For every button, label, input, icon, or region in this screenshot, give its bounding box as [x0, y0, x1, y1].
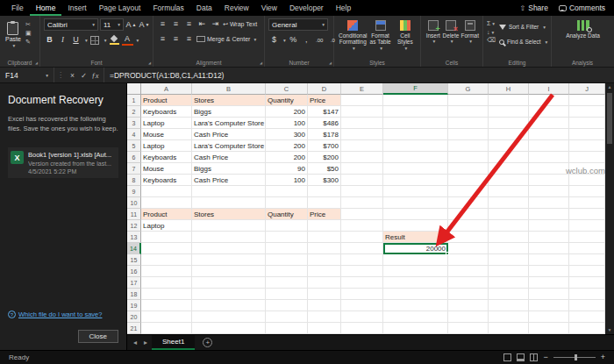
cell-I1[interactable] — [529, 95, 569, 106]
cell-B15[interactable] — [192, 254, 266, 266]
row-header-13[interactable]: 13 — [127, 232, 141, 243]
cell-E21[interactable] — [341, 323, 383, 334]
cell-B11[interactable]: Stores — [192, 209, 266, 220]
cell-H4[interactable] — [489, 129, 529, 140]
comments-button[interactable]: Comments — [559, 4, 605, 12]
scroll-down-icon[interactable]: ▼ — [608, 326, 612, 334]
cell-I21[interactable] — [529, 323, 569, 334]
cell-B13[interactable] — [192, 232, 266, 243]
sort-filter-button[interactable]: Sort & Filter ▾ — [499, 20, 547, 33]
row-header-5[interactable]: 5 — [127, 140, 141, 152]
cell-I11[interactable] — [529, 209, 569, 220]
cell-E13[interactable] — [341, 232, 383, 243]
find-select-button[interactable]: Find & Select ▾ — [499, 35, 547, 48]
cell-D6[interactable]: $200 — [308, 152, 341, 163]
cell-D12[interactable] — [308, 220, 341, 232]
format-as-table-button[interactable]: Format as Table ▾ — [368, 18, 393, 57]
ribbon-tab-file[interactable]: File — [5, 0, 30, 16]
cell-A6[interactable]: Keyboards — [141, 152, 192, 163]
cell-J19[interactable] — [569, 300, 605, 311]
merge-center-button[interactable]: Merge & Center ▾ — [196, 36, 256, 42]
cell-E15[interactable] — [341, 254, 383, 266]
cell-B17[interactable] — [192, 277, 266, 289]
decrease-indent-icon[interactable]: ⇤ — [196, 18, 208, 30]
cell-A21[interactable] — [141, 323, 192, 334]
bold-button[interactable]: B — [44, 34, 55, 46]
cell-C10[interactable] — [266, 197, 308, 209]
cell-E10[interactable] — [341, 197, 383, 209]
cell-C17[interactable] — [266, 277, 308, 289]
cell-G3[interactable] — [448, 118, 489, 129]
borders-icon[interactable] — [89, 34, 101, 46]
zoom-slider-thumb[interactable] — [575, 354, 577, 360]
cell-I17[interactable] — [529, 277, 569, 289]
cell-J4[interactable] — [569, 129, 605, 140]
fill-icon[interactable]: ↓▾ — [487, 29, 496, 36]
cell-A13[interactable] — [141, 232, 192, 243]
cell-D20[interactable] — [308, 311, 341, 323]
cell-G12[interactable] — [448, 220, 489, 232]
cell-B3[interactable]: Lara's Computer Store — [192, 118, 266, 129]
cell-E16[interactable] — [341, 266, 383, 277]
cell-I16[interactable] — [529, 266, 569, 277]
ribbon-tab-page-layout[interactable]: Page Layout — [93, 0, 147, 16]
ribbon-tab-view[interactable]: View — [255, 0, 283, 16]
cell-A1[interactable]: Product — [141, 95, 192, 106]
cell-G8[interactable] — [448, 175, 489, 186]
increase-decimal-icon[interactable]: .00 — [314, 34, 325, 46]
cell-J1[interactable] — [569, 95, 605, 106]
cell-H20[interactable] — [489, 311, 529, 323]
cell-J13[interactable] — [569, 232, 605, 243]
font-color-icon[interactable]: A — [122, 34, 133, 46]
analyze-data-button[interactable]: Analyze Data — [555, 18, 610, 57]
cell-B14[interactable] — [192, 243, 266, 254]
cell-G14[interactable] — [448, 243, 489, 254]
fill-handle[interactable] — [446, 252, 449, 255]
cell-J6[interactable] — [569, 152, 605, 163]
cell-C7[interactable]: 90 — [266, 163, 308, 175]
cell-G4[interactable] — [448, 129, 489, 140]
cell-J16[interactable] — [569, 266, 605, 277]
normal-view-icon[interactable] — [503, 353, 511, 361]
cell-C16[interactable] — [266, 266, 308, 277]
row-header-8[interactable]: 8 — [127, 175, 141, 186]
cell-H5[interactable] — [489, 140, 529, 152]
cancel-icon[interactable]: × — [67, 71, 78, 80]
cell-E8[interactable] — [341, 175, 383, 186]
cell-H14[interactable] — [489, 243, 529, 254]
row-header-19[interactable]: 19 — [127, 300, 141, 311]
row-header-14[interactable]: 14 — [127, 243, 141, 254]
cell-G5[interactable] — [448, 140, 489, 152]
number-format-select[interactable]: General▾ — [268, 18, 328, 31]
cell-I18[interactable] — [529, 289, 569, 300]
cell-F1[interactable] — [383, 95, 448, 106]
cell-F19[interactable] — [383, 300, 448, 311]
cell-A7[interactable]: Mouse — [141, 163, 192, 175]
cell-G10[interactable] — [448, 197, 489, 209]
cell-B1[interactable]: Stores — [192, 95, 266, 106]
cell-H18[interactable] — [489, 289, 529, 300]
recovery-help-link[interactable]: ? Which file do I want to save? — [8, 310, 102, 318]
number-dialog-launcher-icon[interactable]: ◢ — [329, 61, 332, 65]
cell-A8[interactable]: Keyboards — [141, 175, 192, 186]
cell-C9[interactable] — [266, 186, 308, 197]
cell-F21[interactable] — [383, 323, 448, 334]
cell-F17[interactable] — [383, 277, 448, 289]
cell-H21[interactable] — [489, 323, 529, 334]
vertical-scrollbar[interactable]: ▲ ▼ — [605, 83, 614, 334]
row-header-9[interactable]: 9 — [127, 186, 141, 197]
cell-G20[interactable] — [448, 311, 489, 323]
cell-B9[interactable] — [192, 186, 266, 197]
name-box[interactable]: F14 ▾ — [0, 68, 54, 82]
cell-C1[interactable]: Quantity — [266, 95, 308, 106]
clear-icon[interactable]: ⌫ — [487, 37, 496, 43]
cell-J21[interactable] — [569, 323, 605, 334]
cell-J15[interactable] — [569, 254, 605, 266]
ribbon-tab-insert[interactable]: Insert — [61, 0, 92, 16]
cell-H11[interactable] — [489, 209, 529, 220]
font-size-select[interactable]: 11▾ — [100, 18, 124, 31]
row-header-11[interactable]: 11 — [127, 209, 141, 220]
cell-E6[interactable] — [341, 152, 383, 163]
row-header-6[interactable]: 6 — [127, 152, 141, 163]
italic-button[interactable]: I — [57, 34, 68, 46]
